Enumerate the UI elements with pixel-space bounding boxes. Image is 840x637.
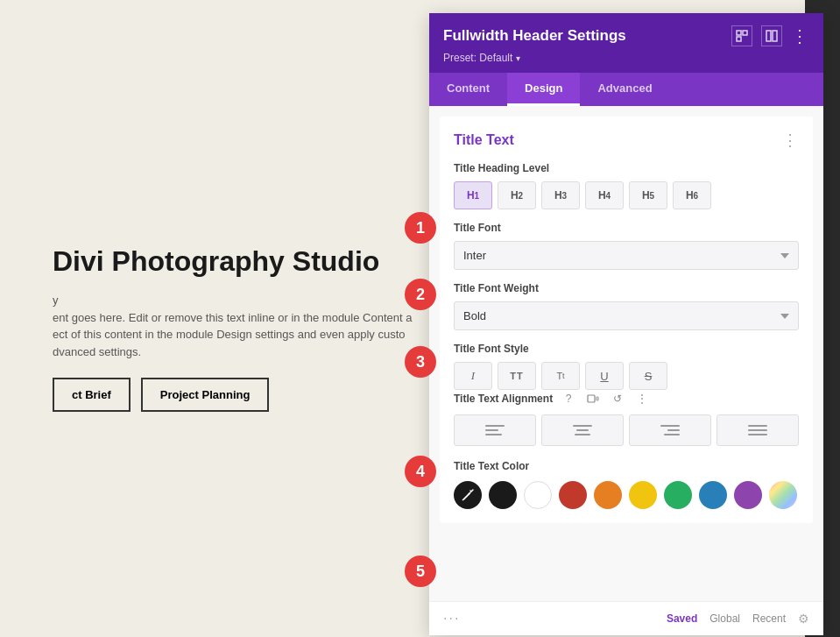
font-weight-label: Title Font Weight [454, 282, 799, 294]
heading-buttons: H1 H2 H3 H4 H5 H6 [454, 181, 799, 209]
svg-rect-4 [773, 31, 777, 41]
more-options-icon[interactable]: ⋮ [791, 25, 809, 46]
color-swatch-custom[interactable] [769, 481, 797, 509]
heading-btn-h3[interactable]: H3 [541, 181, 580, 209]
alignment-header: Title Text Alignment ? ↺ ⋮ [454, 390, 799, 407]
underline-btn[interactable]: U [585, 362, 624, 390]
color-label: Title Text Color [454, 460, 799, 472]
align-center-btn[interactable] [541, 414, 624, 446]
color-swatch-black[interactable] [489, 481, 517, 509]
color-swatch-red[interactable] [559, 481, 587, 509]
alignment-reset-icon[interactable]: ↺ [609, 390, 626, 407]
align-left-btn[interactable] [454, 414, 536, 446]
panel-header-icons: ⋮ [731, 25, 809, 46]
color-swatch-white[interactable] [524, 481, 552, 509]
svg-rect-3 [766, 31, 771, 41]
alignment-buttons [454, 414, 799, 446]
step-3: 3 [405, 346, 436, 378]
preset-label: Preset: Default [443, 52, 512, 64]
canvas-buttons: ct Brief Project Planning [53, 378, 420, 412]
footer-recent[interactable]: Recent [752, 612, 786, 625]
footer-global[interactable]: Global [709, 612, 740, 625]
font-select[interactable]: Inter Roboto Open Sans [454, 241, 799, 270]
uppercase-btn[interactable]: TT [498, 362, 536, 390]
color-swatch-yellow[interactable] [629, 481, 657, 509]
svg-rect-1 [743, 31, 747, 35]
color-swatch-purple[interactable] [734, 481, 762, 509]
canvas-body: y ent goes here. Edit or remove this tex… [53, 292, 420, 360]
font-label: Title Font [454, 222, 799, 234]
heading-btn-h1[interactable]: H1 [454, 181, 492, 209]
svg-rect-5 [588, 395, 595, 402]
panel-header: Fullwidth Header Settings ⋮ [429, 13, 823, 73]
canvas-btn-1[interactable]: ct Brief [53, 378, 131, 412]
section-header: Title Text ⋮ [454, 131, 799, 150]
style-buttons: I TT Tt U S [454, 362, 799, 390]
strikethrough-btn[interactable]: S [629, 362, 667, 390]
tab-content[interactable]: Content [429, 73, 507, 106]
section-title: Title Text [454, 132, 514, 148]
svg-rect-0 [737, 31, 741, 35]
section-more-icon[interactable]: ⋮ [782, 131, 799, 150]
color-swatch-blue[interactable] [699, 481, 727, 509]
tab-design[interactable]: Design [507, 73, 580, 106]
split-icon[interactable] [761, 25, 782, 46]
footer-saved[interactable]: Saved [667, 612, 697, 625]
step-1: 1 [405, 212, 436, 244]
canvas-title: Divi Photography Studio [53, 245, 420, 278]
panel-body: Title Text ⋮ Title Heading Level H1 H2 H… [429, 106, 823, 601]
preset-arrow: ▾ [516, 53, 520, 63]
footer-right: Saved Global Recent ⚙ [667, 612, 809, 626]
tab-advanced[interactable]: Advanced [580, 73, 669, 106]
color-swatch-green[interactable] [664, 481, 692, 509]
heading-btn-h2[interactable]: H2 [498, 181, 536, 209]
step-4: 4 [405, 456, 436, 487]
eyedropper-btn[interactable] [454, 481, 482, 509]
italic-btn[interactable]: I [454, 362, 492, 390]
preset-selector[interactable]: Preset: Default ▾ [443, 52, 809, 64]
alignment-label: Title Text Alignment [454, 393, 553, 405]
expand-icon[interactable] [731, 25, 752, 46]
svg-rect-2 [737, 37, 741, 41]
alignment-more-icon[interactable]: ⋮ [633, 390, 651, 407]
alignment-help-icon[interactable]: ? [560, 390, 577, 407]
title-text-section: Title Text ⋮ Title Heading Level H1 H2 H… [440, 117, 813, 523]
heading-level-label: Title Heading Level [454, 162, 799, 174]
panel-title: Fullwidth Header Settings [443, 27, 626, 45]
step-5: 5 [405, 556, 436, 587]
heading-btn-h4[interactable]: H4 [585, 181, 624, 209]
heading-btn-h5[interactable]: H5 [629, 181, 667, 209]
heading-btn-h6[interactable]: H6 [673, 181, 711, 209]
font-style-label: Title Font Style [454, 343, 799, 355]
step-2: 2 [405, 279, 436, 310]
canvas-btn-2[interactable]: Project Planning [141, 378, 270, 412]
color-swatch-orange[interactable] [594, 481, 622, 509]
canvas-content: Divi Photography Studio y ent goes here.… [53, 245, 420, 412]
svg-rect-6 [596, 397, 598, 400]
panel-footer: ··· Saved Global Recent ⚙ [429, 601, 823, 635]
svg-point-7 [469, 493, 470, 495]
align-justify-btn[interactable] [716, 414, 799, 446]
footer-gear-icon[interactable]: ⚙ [798, 612, 809, 626]
settings-panel: Fullwidth Header Settings ⋮ [429, 13, 823, 635]
font-weight-select[interactable]: Bold Normal Light Extra Bold [454, 301, 799, 330]
footer-more-icon[interactable]: ··· [443, 611, 460, 626]
panel-header-top: Fullwidth Header Settings ⋮ [443, 25, 809, 46]
alignment-responsive-icon[interactable] [584, 390, 602, 407]
color-swatches [454, 481, 799, 509]
capitalize-btn[interactable]: Tt [541, 362, 580, 390]
panel-tabs: Content Design Advanced [429, 73, 823, 106]
align-right-btn[interactable] [629, 414, 711, 446]
